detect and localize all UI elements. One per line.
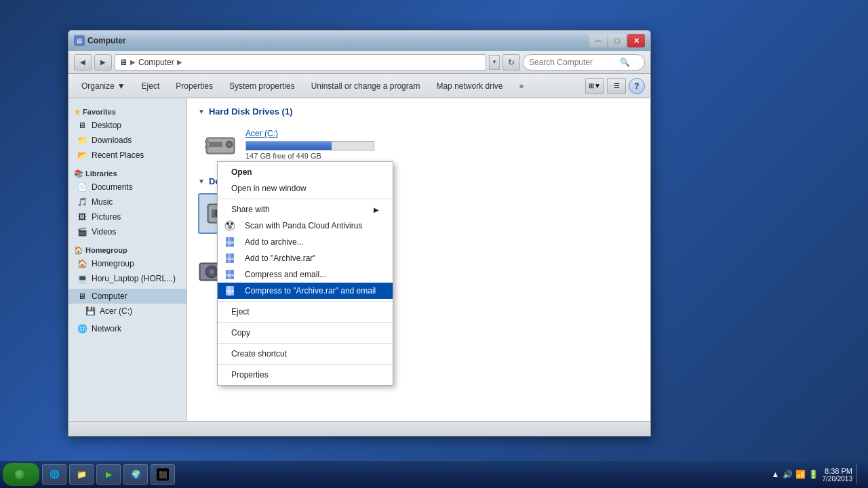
back-button[interactable]: ◀ (74, 54, 92, 70)
sidebar-item-music[interactable]: 🎵 Music (68, 195, 186, 209)
taskbar-app-chrome[interactable]: 🌍 (123, 464, 148, 485)
sidebar-item-downloads[interactable]: 📁 Downloads (68, 133, 186, 148)
svg-rect-2 (209, 142, 222, 147)
ctx-add-archive-rar[interactable]: RAR Add to "Archive.rar" (218, 250, 393, 266)
sidebar-label-computer: Computer (92, 291, 127, 301)
breadcrumb-arrow: ▶ (130, 58, 136, 66)
uninstall-button[interactable]: Uninstall or change a program (304, 77, 428, 96)
system-properties-button[interactable]: System properties (222, 77, 302, 96)
drive-item-c[interactable]: Acer (C:) 147 GB free of 449 GB (198, 123, 639, 165)
computer-section: 🖥 Computer 💾 Acer (C:) (68, 289, 186, 319)
media-icon: ▶ (102, 468, 115, 481)
ctx-copy[interactable]: Copy (218, 325, 393, 341)
clock-date: 7/20/2013 (823, 475, 853, 483)
sidebar-item-documents[interactable]: 📄 Documents (68, 180, 186, 195)
tray-speaker[interactable]: 🔊 (783, 470, 793, 479)
sidebar-item-computer[interactable]: 🖥 Computer (68, 289, 186, 304)
forward-button[interactable]: ▶ (94, 54, 112, 70)
desktop-icon: 🖥 (77, 120, 87, 131)
ctx-create-shortcut[interactable]: Create shortcut (218, 346, 393, 362)
help-button[interactable]: ? (629, 78, 645, 94)
drive-space-c: 147 GB free of 449 GB (245, 152, 634, 160)
tray-battery[interactable]: 🔋 (808, 470, 818, 479)
sidebar-item-laptop[interactable]: 💻 Horu_Laptop (HORL...) (68, 271, 186, 286)
taskbar-app-cmd[interactable]: ⬛ (151, 464, 175, 485)
title-bar: 🖥 Computer ─ □ ✕ (68, 30, 650, 51)
sidebar-item-homegroup[interactable]: 🏠 Homegroup (68, 256, 186, 271)
show-desktop[interactable] (856, 464, 860, 485)
svg-point-4 (228, 143, 231, 146)
minimize-button[interactable]: ─ (589, 34, 607, 47)
libraries-section: 📚 Libraries 📄 Documents 🎵 Music 🖼 Pictur… (68, 165, 186, 239)
sidebar-item-network[interactable]: 🌐 Network (68, 321, 186, 336)
winrar2-icon: RAR (223, 251, 237, 265)
downloads-icon: 📁 (77, 135, 87, 146)
properties-button[interactable]: Properties (168, 77, 220, 96)
homegroup-section: 🏠 Homegroup 🏠 Homegroup 💻 Horu_Laptop (H… (68, 242, 186, 286)
svg-text:RAR: RAR (226, 289, 234, 293)
ctx-open-new-window[interactable]: Open in new window (218, 180, 393, 197)
ctx-scan-panda[interactable]: Scan with Panda Cloud Antivirus (218, 218, 393, 234)
network-section: 🌐 Network (68, 321, 186, 336)
sidebar-label-acer: Acer (C:) (100, 306, 132, 316)
ctx-compress-email[interactable]: RAR Compress and email... (218, 266, 393, 283)
context-menu: Open Open in new window Share with ▶ Sca… (217, 161, 393, 386)
maximize-button[interactable]: □ (608, 34, 626, 47)
ctx-compress-archive-email[interactable]: RAR Compress to "Archive.rar" and email (218, 283, 393, 299)
taskbar-app-ie[interactable]: 🌐 (42, 464, 66, 485)
breadcrumb-arrow2: ▶ (177, 58, 182, 66)
sidebar-item-pictures[interactable]: 🖼 Pictures (68, 209, 186, 224)
favorites-section: ★ Favorites 🖥 Desktop 📁 Downloads 📂 Rece… (68, 104, 186, 163)
window-icon: 🖥 (74, 35, 85, 46)
ctx-share-with[interactable]: Share with ▶ (218, 201, 393, 218)
map-network-button[interactable]: Map network drive (429, 77, 510, 96)
svg-point-20 (228, 225, 232, 229)
ctx-eject[interactable]: Eject (218, 304, 393, 320)
refresh-button[interactable]: ↻ (502, 54, 520, 70)
address-dropdown[interactable]: ▼ (489, 55, 500, 70)
taskbar-right: ▲ 🔊 📶 🔋 8:38 PM 7/20/2013 (772, 464, 865, 485)
hard-disk-title: Hard Disk Drives (1) (209, 106, 293, 117)
address-bar: ◀ ▶ 🖥 ▶ Computer ▶ ▼ ↻ 🔍 (68, 51, 650, 74)
organize-button[interactable]: Organize ▼ (74, 77, 133, 96)
computer-icon: 🖥 (77, 291, 87, 302)
tray-arrow[interactable]: ▲ (772, 470, 780, 479)
preview-pane-button[interactable]: ☰ (607, 78, 626, 94)
sidebar-item-acer[interactable]: 💾 Acer (C:) (68, 304, 186, 319)
taskbar-app-media[interactable]: ▶ (96, 464, 121, 485)
drive-name-c: Acer (C:) (245, 129, 634, 138)
sidebar-item-recent[interactable]: 📂 Recent Places (68, 148, 186, 163)
svg-point-19 (231, 222, 233, 225)
taskbar-app-folder[interactable]: 📁 (69, 464, 94, 485)
search-box[interactable]: 🔍 (523, 54, 645, 70)
recent-icon: 📂 (77, 150, 87, 161)
system-tray: ▲ 🔊 📶 🔋 (772, 470, 818, 479)
svg-rect-6 (205, 146, 209, 148)
laptop-icon: 💻 (77, 273, 87, 284)
more-button[interactable]: » (512, 77, 532, 96)
acer-drive-icon: 💾 (85, 306, 96, 317)
documents-icon: 📄 (77, 182, 87, 192)
sidebar-item-videos[interactable]: 🎬 Videos (68, 224, 186, 239)
ctx-sep-4 (218, 343, 393, 344)
network-icon: 🌐 (77, 323, 87, 334)
ctx-sep-2 (218, 301, 393, 302)
sidebar-label-recent: Recent Places (92, 150, 144, 160)
close-button[interactable]: ✕ (627, 34, 645, 47)
toolbar: Organize ▼ Eject Properties System prope… (68, 74, 650, 98)
tray-network[interactable]: 📶 (795, 470, 806, 479)
cmd-icon: ⬛ (157, 468, 169, 481)
ctx-properties[interactable]: Properties (218, 367, 393, 383)
sidebar-label-desktop: Desktop (92, 121, 121, 130)
compress-archive-email-icon: RAR (223, 284, 237, 298)
clock[interactable]: 8:38 PM 7/20/2013 (823, 467, 853, 483)
sidebar-item-desktop[interactable]: 🖥 Desktop (68, 118, 186, 133)
ctx-add-archive[interactable]: RAR Add to archive... (218, 234, 393, 250)
title-bar-controls: ─ □ ✕ (589, 34, 645, 47)
address-field[interactable]: 🖥 ▶ Computer ▶ (115, 54, 486, 70)
change-view-button[interactable]: ⊞▼ (585, 78, 604, 94)
search-input[interactable] (529, 58, 617, 67)
ctx-open[interactable]: Open (218, 164, 393, 180)
eject-button[interactable]: Eject (134, 77, 167, 96)
start-button[interactable] (3, 463, 39, 486)
